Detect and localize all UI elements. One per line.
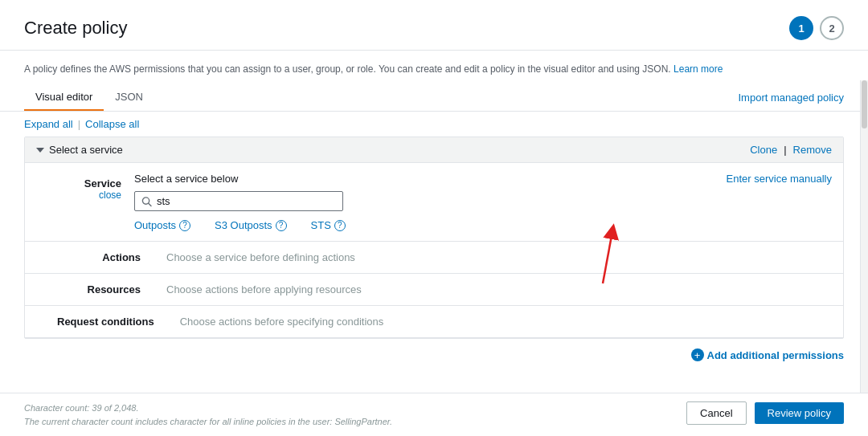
tabs-row: Visual editor JSON Import managed policy — [0, 84, 868, 112]
actions-label: Actions — [57, 251, 154, 263]
add-permissions-row: + Add additional permissions — [0, 339, 868, 371]
footer-note-text: The current character count includes cha… — [24, 415, 392, 429]
collapse-all-link[interactable]: Collapse all — [85, 118, 139, 130]
section-title: Select a service — [49, 144, 123, 156]
remove-link[interactable]: Remove — [793, 144, 832, 156]
result-sts-label: STS — [311, 219, 331, 231]
section-header-left: Select a service — [36, 144, 123, 156]
service-results: Outposts ? S3 Outposts ? STS ? — [134, 219, 832, 231]
request-conditions-value: Choose actions before specifying conditi… — [180, 316, 384, 328]
service-search-input[interactable] — [157, 195, 336, 207]
s3-outposts-help-icon[interactable]: ? — [276, 220, 287, 231]
expand-all-link[interactable]: Expand all — [24, 118, 73, 130]
enter-service-manually-link[interactable]: Enter service manually — [727, 173, 833, 185]
description-bar: A policy defines the AWS permissions tha… — [0, 51, 868, 84]
search-icon — [141, 196, 152, 207]
step-2-circle: 2 — [820, 16, 844, 40]
description-text: A policy defines the AWS permissions tha… — [24, 63, 671, 75]
section-header-right: Clone | Remove — [750, 144, 832, 156]
section-header: Select a service Clone | Remove — [25, 137, 843, 163]
actions-row: Actions Choose a service before defining… — [25, 242, 843, 274]
tabs-container: Visual editor JSON — [24, 84, 154, 111]
learn-more-link[interactable]: Learn more — [674, 63, 723, 75]
request-conditions-row: Request conditions Choose actions before… — [25, 306, 843, 338]
result-outposts-label: Outposts — [134, 219, 176, 231]
footer-buttons: Cancel Review policy — [686, 401, 844, 425]
resources-value: Choose actions before applying resources — [166, 283, 362, 295]
sts-help-icon[interactable]: ? — [334, 220, 346, 231]
tab-json[interactable]: JSON — [104, 84, 154, 111]
service-content-header: Select a service below Enter service man… — [134, 173, 832, 185]
clone-link[interactable]: Clone — [750, 144, 777, 156]
tab-visual-editor[interactable]: Visual editor — [24, 84, 104, 111]
editor-area: Select a service Clone | Remove Service … — [24, 137, 844, 339]
import-managed-policy-link[interactable]: Import managed policy — [738, 92, 844, 104]
service-row: Service close Select a service below Ent… — [25, 163, 843, 242]
expand-collapse-row: Expand all | Collapse all — [0, 112, 868, 137]
scrollbar-track[interactable] — [860, 80, 868, 400]
select-service-title: Select a service below — [134, 173, 238, 185]
service-label: Service — [84, 177, 121, 189]
footer: Character count: 39 of 2,048. The curren… — [0, 393, 868, 436]
step-1-circle: 1 — [789, 16, 813, 40]
service-search-box[interactable] — [134, 191, 343, 211]
add-additional-permissions-link[interactable]: + Add additional permissions — [691, 348, 844, 361]
resources-row: Resources Choose actions before applying… — [25, 274, 843, 306]
result-sts[interactable]: STS ? — [311, 219, 346, 231]
result-s3-outposts-label: S3 Outposts — [215, 219, 272, 231]
collapse-triangle-icon[interactable] — [36, 148, 44, 153]
outposts-help-icon[interactable]: ? — [179, 220, 190, 231]
char-count-text: Character count: 39 of 2,048. — [24, 401, 392, 415]
page-title: Create policy — [24, 18, 127, 39]
section-body: Service close Select a service below Ent… — [25, 163, 843, 338]
service-label-area: Service close — [57, 173, 121, 201]
result-outposts[interactable]: Outposts ? — [134, 219, 190, 231]
scrollbar-thumb[interactable] — [862, 80, 867, 128]
page-wrapper: Create policy 1 2 A policy defines the A… — [0, 0, 868, 436]
footer-text: Character count: 39 of 2,048. The curren… — [24, 401, 392, 428]
service-content: Select a service below Enter service man… — [134, 173, 832, 231]
result-s3-outposts[interactable]: S3 Outposts ? — [215, 219, 287, 231]
divider: | — [78, 118, 80, 130]
cancel-button[interactable]: Cancel — [686, 401, 746, 425]
resources-label: Resources — [57, 283, 154, 295]
svg-line-1 — [149, 203, 151, 206]
review-policy-button[interactable]: Review policy — [755, 402, 844, 424]
step-indicators: 1 2 — [789, 16, 844, 40]
header-divider: | — [784, 144, 786, 156]
request-conditions-label: Request conditions — [57, 316, 167, 328]
page-header: Create policy 1 2 — [0, 0, 868, 51]
add-permissions-label: Add additional permissions — [707, 349, 844, 361]
service-close-link[interactable]: close — [99, 189, 121, 201]
plus-circle-icon: + — [691, 348, 704, 361]
actions-value: Choose a service before defining actions — [166, 251, 355, 263]
